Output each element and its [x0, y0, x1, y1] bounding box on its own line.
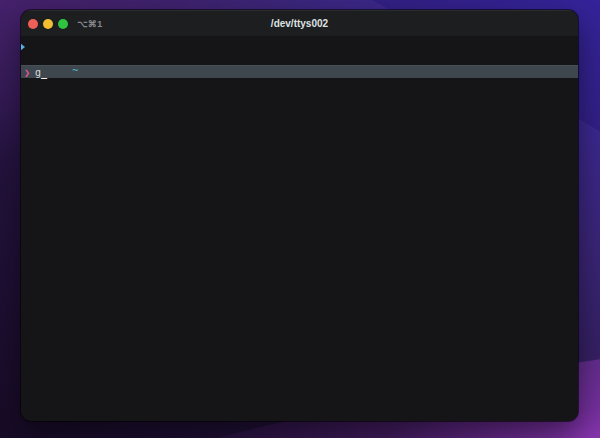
minimize-button[interactable] [43, 19, 53, 29]
terminal-content[interactable]: ~ ❯g_ [21, 37, 578, 420]
text-cursor: _ [41, 66, 47, 79]
close-button[interactable] [28, 19, 38, 29]
terminal-line-directory: ~ [21, 53, 578, 65]
current-directory: ~ [72, 65, 78, 76]
window-shortcut-label: ⌥⌘1 [77, 19, 103, 29]
window-title: /dev/ttys002 [21, 18, 578, 29]
terminal-window: ⌥⌘1 /dev/ttys002 ~ ❯g_ [21, 10, 578, 421]
titlebar[interactable]: ⌥⌘1 /dev/ttys002 [21, 10, 578, 37]
zoom-button[interactable] [58, 19, 68, 29]
prompt-line[interactable]: ❯g_ [21, 65, 578, 78]
traffic-lights [21, 19, 68, 29]
terminal-line-mark [21, 41, 578, 53]
prompt-chevron: ❯ [24, 66, 30, 79]
desktop-wallpaper: ⌥⌘1 /dev/ttys002 ~ ❯g_ [0, 0, 600, 438]
shell-mark-icon [21, 43, 25, 51]
